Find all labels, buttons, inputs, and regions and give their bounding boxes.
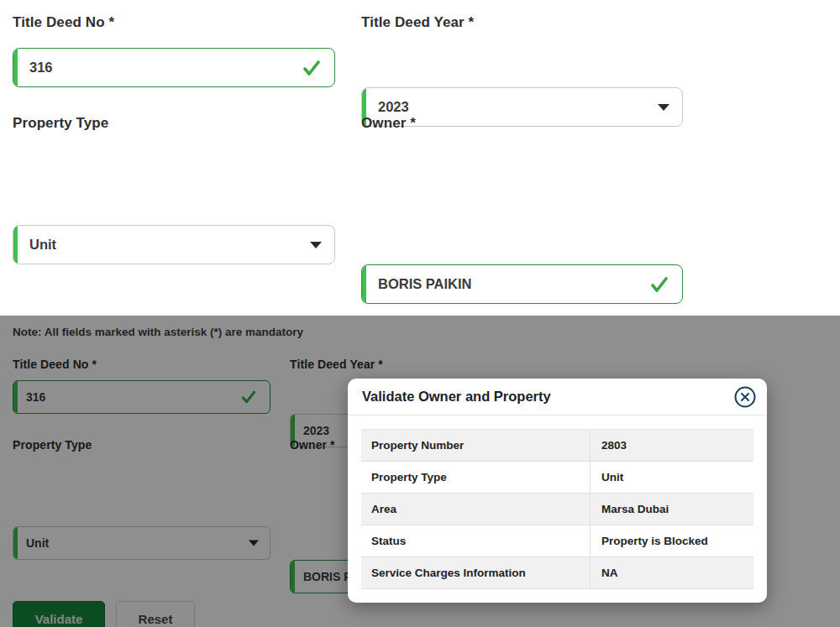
- valid-accent-bar: [13, 49, 18, 86]
- check-icon: [649, 274, 669, 295]
- row-value: Marsa Dubai: [591, 503, 753, 515]
- title-deed-no-label: Title Deed No *: [13, 14, 114, 31]
- row-value: NA: [591, 567, 753, 579]
- owner-label: Owner *: [361, 115, 416, 132]
- check-icon: [302, 58, 322, 78]
- row-label: Property Type: [361, 462, 591, 493]
- title-deed-no-value: 316: [13, 60, 53, 76]
- modal-title: Validate Owner and Property: [362, 389, 551, 405]
- table-row: Area Marsa Dubai: [361, 494, 753, 525]
- owner-value: BORIS PAIKIN: [362, 276, 472, 292]
- close-icon[interactable]: [733, 385, 757, 409]
- row-label: Area: [361, 494, 591, 525]
- table-row: Status Property is Blocked: [361, 525, 753, 557]
- property-type-value: Unit: [13, 237, 56, 253]
- title-deed-no-input[interactable]: 316: [13, 48, 335, 87]
- table-row: Service Charges Information NA: [361, 557, 753, 589]
- accent-bar: [13, 226, 18, 264]
- dimmed-form-section: Note: All fields marked with asterisk (*…: [0, 316, 840, 627]
- row-label: Service Charges Information: [361, 557, 591, 588]
- title-deed-year-value: 2023: [362, 99, 409, 115]
- property-type-select[interactable]: Unit: [13, 225, 335, 264]
- validate-owner-property-modal: Validate Owner and Property Property Num…: [348, 379, 767, 603]
- modal-header: Validate Owner and Property: [348, 379, 767, 415]
- title-deed-year-label: Title Deed Year *: [361, 14, 474, 31]
- page: Title Deed No * Title Deed Year * 316 20…: [0, 0, 840, 627]
- owner-input[interactable]: BORIS PAIKIN: [361, 264, 683, 304]
- row-label: Status: [361, 525, 591, 556]
- row-value: 2803: [591, 439, 753, 452]
- row-value: Unit: [591, 471, 753, 483]
- caret-down-icon: [310, 242, 322, 248]
- property-type-label: Property Type: [13, 115, 108, 132]
- table-row: Property Type Unit: [361, 462, 753, 494]
- caret-down-icon: [658, 104, 669, 111]
- table-row: Property Number 2803: [361, 430, 753, 462]
- row-label: Property Number: [361, 430, 591, 461]
- valid-accent-bar: [362, 265, 366, 303]
- property-details-table: Property Number 2803 Property Type Unit …: [361, 429, 753, 589]
- row-value: Property is Blocked: [591, 535, 753, 547]
